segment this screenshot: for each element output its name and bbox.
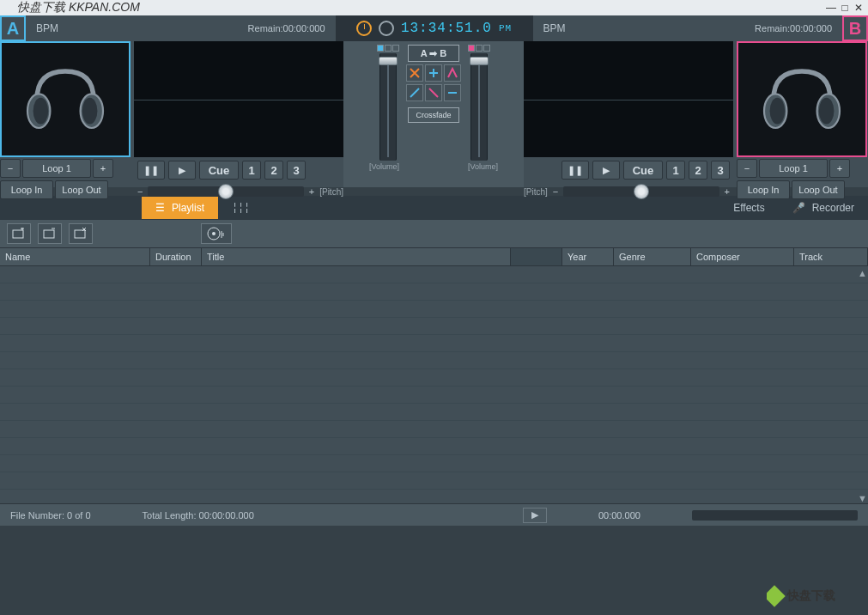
deck-a-remain-value: 00:00:000 (283, 23, 325, 33)
file-number-label: File Number: 0 of 0 (10, 510, 91, 521)
deck-b-loop-button[interactable]: Loop 1 (759, 159, 828, 178)
deck-a-hotcue-3[interactable]: 3 (287, 161, 306, 180)
deck-b-pause[interactable]: ❚❚ (561, 161, 589, 180)
eq-icon[interactable] (377, 45, 384, 52)
svg-point-2 (33, 97, 49, 124)
sync-icon[interactable] (392, 45, 399, 52)
maximize-button[interactable]: □ (839, 3, 851, 13)
deck-a-volume-slider[interactable] (379, 53, 397, 161)
svg-point-6 (770, 97, 786, 124)
deck-a-loop-minus[interactable]: − (0, 159, 21, 178)
svg-rect-13 (767, 585, 786, 606)
minimize-button[interactable]: — (825, 3, 837, 13)
deck-b-bpm-label: BPM (543, 22, 566, 34)
fx-5[interactable] (425, 84, 442, 101)
playlist-icon: ☰ (155, 202, 165, 214)
tab-playlist[interactable]: ☰ Playlist (142, 197, 218, 219)
fx-4[interactable] (406, 84, 423, 101)
sync-icon[interactable] (483, 45, 490, 52)
col-duration[interactable]: Duration (150, 248, 202, 265)
add-folder-button[interactable] (7, 223, 31, 244)
deck-b-artwork (737, 41, 867, 157)
deck-b-volume-slider[interactable] (470, 53, 488, 161)
playlist-grid[interactable]: ▲ ▼ (0, 266, 868, 503)
preview-position: 00:00.000 (598, 510, 640, 521)
deck-b-hotcue-2[interactable]: 2 (689, 161, 707, 180)
scroll-down-icon[interactable]: ▼ (858, 493, 866, 502)
mixer-panel: A ➡ B Crossfade [Volume] [Vol (343, 41, 524, 187)
deck-b-cue[interactable]: Cue (623, 161, 663, 180)
deck-a-tag: A (0, 15, 26, 41)
close-button[interactable]: ✕ (853, 3, 865, 13)
deck-a-artwork (0, 41, 131, 157)
deck-a-loop-in[interactable]: Loop In (0, 180, 53, 199)
status-bar: File Number: 0 of 0 Total Length: 00:00:… (0, 503, 868, 526)
deck-b-pitch-plus: + (725, 186, 730, 197)
deck-b-loop-minus[interactable]: − (737, 159, 757, 178)
deck-b-pitch-minus: − (553, 186, 558, 197)
deck-b-hotcue-3[interactable]: 3 (711, 161, 730, 180)
volume-label-a: [Volume] (369, 162, 399, 171)
deck-b-play[interactable]: ▶ (592, 161, 620, 180)
deck-a-hotcue-1[interactable]: 1 (242, 161, 261, 180)
tab-effects[interactable]: Effects (719, 197, 778, 219)
clock-section: 13:34:51.0 PM (336, 15, 533, 41)
deck-b-waveform[interactable] (524, 41, 733, 157)
deck-b-remain-value: 00:00:000 (790, 23, 832, 33)
mic-icon: 🎤 (792, 202, 805, 214)
crossfade-direction[interactable]: A ➡ B (408, 45, 459, 62)
deck-a-loop-out[interactable]: Loop Out (55, 180, 108, 199)
deck-a-pitch-plus: + (309, 186, 314, 197)
remove-folder-button[interactable] (38, 223, 62, 244)
col-title[interactable]: Title (202, 248, 511, 265)
eq-icon[interactable] (468, 45, 475, 52)
deck-a-pitch-label: [Pitch] (319, 187, 343, 197)
disc-icon[interactable] (201, 223, 232, 244)
clock-icon[interactable] (356, 21, 372, 36)
deck-a-pause[interactable]: ❚❚ (137, 161, 165, 180)
preview-slider[interactable] (692, 510, 858, 521)
tab-recorder[interactable]: 🎤 Recorder (779, 197, 868, 219)
deck-a-bpm-label: BPM (36, 22, 58, 34)
crossfade-button[interactable]: Crossfade (408, 107, 459, 123)
deck-a-loop-plus[interactable]: + (93, 159, 113, 178)
svg-rect-9 (44, 230, 54, 238)
eq-icon[interactable] (476, 45, 483, 52)
deck-b-tag: B (842, 15, 868, 41)
svg-point-3 (82, 97, 98, 124)
deck-a-pitch-minus: − (137, 186, 143, 197)
eq-icon[interactable] (385, 45, 392, 52)
col-name[interactable]: Name (0, 248, 150, 265)
svg-point-12 (212, 232, 215, 235)
watermark-text: 快盘下载 KKPAN.COM (17, 0, 140, 15)
deck-a-loop-button[interactable]: Loop 1 (22, 159, 91, 178)
col-genre[interactable]: Genre (614, 248, 691, 265)
col-year[interactable]: Year (562, 248, 614, 265)
deck-b-pitch-slider[interactable] (563, 186, 719, 197)
fx-2[interactable] (425, 64, 442, 82)
tab-mixer[interactable]: ╎╎╎ (218, 197, 264, 219)
preview-play-button[interactable]: ▶ (523, 508, 547, 523)
timer-icon[interactable] (379, 21, 394, 36)
col-blank[interactable] (511, 248, 562, 265)
col-composer[interactable]: Composer (691, 248, 794, 265)
svg-rect-10 (75, 230, 85, 238)
volume-label-b: [Volume] (468, 162, 498, 171)
deck-b-loop-plus[interactable]: + (829, 159, 850, 178)
watermark-logo: 快盘下载 (767, 584, 861, 612)
deck-b-hotcue-1[interactable]: 1 (666, 161, 685, 180)
scroll-up-icon[interactable]: ▲ (858, 268, 866, 277)
deck-b-remain-label: Remain: (755, 23, 790, 33)
deck-a-pitch-slider[interactable] (148, 186, 303, 197)
deck-a-hotcue-2[interactable]: 2 (264, 161, 283, 180)
col-track[interactable]: Track (794, 248, 868, 265)
svg-text:快盘下载: 快盘下载 (786, 588, 835, 602)
deck-a-cue[interactable]: Cue (199, 161, 239, 180)
clock-ampm: PM (499, 23, 512, 33)
fx-1[interactable] (406, 64, 423, 82)
deck-a-waveform[interactable] (134, 41, 343, 157)
deck-a-play[interactable]: ▶ (168, 161, 196, 180)
fx-6[interactable] (444, 84, 461, 101)
delete-folder-button[interactable] (69, 223, 93, 244)
fx-3[interactable] (444, 64, 461, 82)
